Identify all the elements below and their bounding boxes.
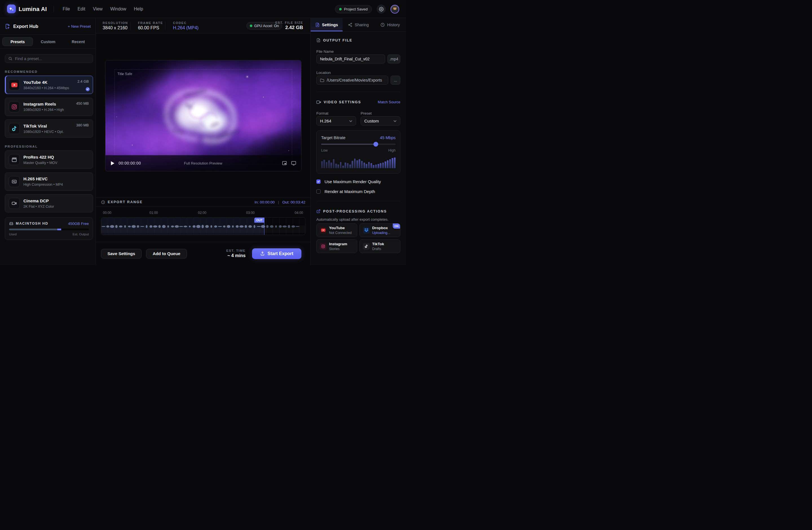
svg-text:HQ: HQ: [13, 181, 16, 183]
